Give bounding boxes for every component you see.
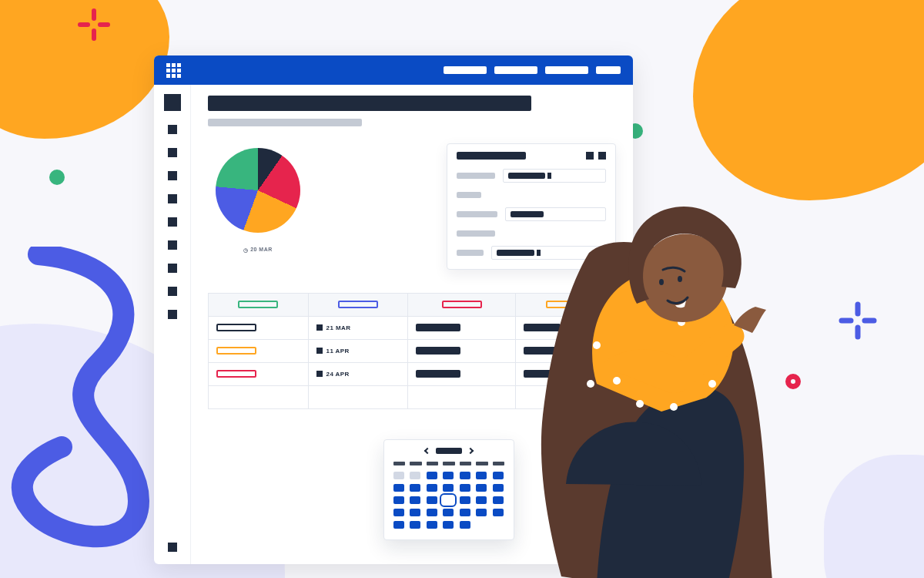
square-icon (316, 324, 323, 331)
calendar-day[interactable] (460, 496, 470, 504)
calendar-day[interactable] (410, 484, 420, 492)
calendar-day[interactable] (393, 521, 404, 529)
svg-point-10 (587, 380, 594, 388)
sidebar-item-5[interactable] (168, 194, 177, 203)
status-chip (216, 347, 256, 355)
calendar-next-icon[interactable] (467, 448, 474, 454)
calendar-day[interactable] (460, 521, 470, 529)
table-bar (416, 347, 460, 355)
titlebar (154, 55, 633, 85)
clock-icon: ◷ (243, 247, 249, 254)
illustration-person (481, 153, 851, 578)
calendar-day[interactable] (393, 496, 404, 504)
calendar-day[interactable] (460, 509, 470, 516)
calendar-day[interactable] (460, 484, 470, 492)
sidebar-item-1[interactable] (164, 94, 181, 111)
calendar-day[interactable] (460, 472, 470, 479)
calendar-day[interactable] (443, 509, 454, 516)
sidebar-item-8[interactable] (168, 264, 177, 273)
table-header-cell[interactable] (308, 294, 408, 317)
nav-item-2[interactable] (494, 66, 537, 74)
svg-point-14 (708, 380, 716, 388)
calendar-day[interactable] (443, 484, 454, 492)
svg-point-11 (636, 400, 644, 408)
table-header-cell[interactable] (209, 294, 309, 317)
decor-dot-green-1 (49, 170, 65, 185)
page-subtitle (208, 119, 362, 126)
titlebar-nav (444, 66, 621, 74)
calendar-day[interactable] (427, 496, 437, 504)
svg-point-15 (670, 403, 678, 411)
card-row-label (457, 192, 481, 198)
calendar-day[interactable] (427, 484, 437, 492)
status-chip (338, 301, 378, 308)
svg-point-17 (678, 276, 682, 282)
calendar-day[interactable] (427, 509, 437, 516)
calendar-day[interactable] (410, 521, 420, 529)
sidebar-item-3[interactable] (168, 148, 177, 157)
status-chip (442, 301, 482, 308)
table-date-cell: 21 MAR (308, 317, 408, 340)
pie-widget: ◷ 20 MAR (208, 148, 308, 253)
calendar-day[interactable] (393, 484, 404, 492)
status-chip (216, 324, 256, 331)
calendar-day[interactable] (410, 509, 420, 516)
sidebar-item-10[interactable] (168, 310, 177, 319)
calendar-day[interactable] (393, 472, 404, 479)
sidebar-item-9[interactable] (168, 287, 177, 296)
square-icon (316, 371, 323, 377)
sidebar-item-6[interactable] (168, 217, 177, 227)
app-launcher-icon[interactable] (166, 63, 180, 77)
card-row-label (457, 250, 484, 256)
svg-point-8 (593, 341, 601, 349)
svg-point-9 (613, 377, 621, 385)
pie-chart (216, 148, 300, 233)
nav-item-3[interactable] (545, 66, 588, 74)
table-bar (416, 370, 460, 378)
table-bar (416, 324, 460, 331)
calendar-day[interactable] (393, 509, 404, 516)
calendar-day[interactable] (443, 521, 454, 529)
calendar-day[interactable] (410, 472, 420, 479)
calendar-prev-icon[interactable] (424, 448, 430, 454)
svg-point-16 (659, 279, 664, 285)
pie-annotation-label: 20 MAR (250, 247, 273, 252)
calendar-month-label (436, 448, 462, 454)
status-chip (216, 370, 256, 378)
sidebar-item-2[interactable] (168, 125, 177, 134)
nav-item-4[interactable] (596, 66, 621, 74)
pie-annotation: ◷ 20 MAR (208, 247, 308, 253)
sidebar-item-4[interactable] (168, 171, 177, 180)
sidebar-item-7[interactable] (168, 240, 177, 250)
table-date-cell: 24 APR (308, 363, 408, 386)
square-icon (316, 348, 323, 354)
decor-plus-red (77, 8, 111, 42)
table-date-cell: 11 APR (308, 340, 408, 363)
status-chip (238, 301, 278, 308)
sidebar (154, 85, 191, 564)
nav-item-1[interactable] (444, 66, 487, 74)
page-title (208, 96, 531, 111)
calendar-day[interactable] (427, 521, 437, 529)
calendar-day[interactable] (410, 496, 420, 504)
sidebar-item-bottom[interactable] (168, 543, 177, 552)
calendar-day[interactable] (443, 496, 454, 504)
calendar-day[interactable] (443, 472, 454, 479)
calendar-day[interactable] (427, 472, 437, 479)
